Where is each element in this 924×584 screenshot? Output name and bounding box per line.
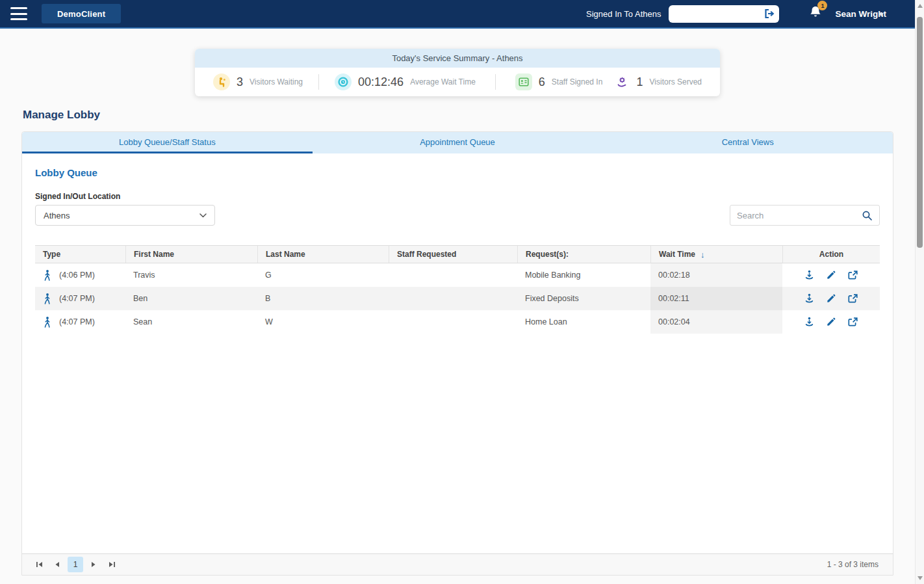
- lobby-card: Lobby Queue/Staff Status Appointment Que…: [21, 131, 893, 576]
- scroll-down-icon[interactable]: [918, 576, 923, 580]
- location-field-label: Signed In/Out Location: [35, 192, 880, 201]
- staff-signed-in-icon: [515, 73, 532, 90]
- serve-visitor-icon: [804, 270, 814, 280]
- first-name-cell: Sean: [125, 310, 257, 334]
- staff-signed-in-label: Staff Signed In: [552, 77, 603, 86]
- first-name-cell: Ben: [125, 287, 257, 310]
- staff-requested-cell: [389, 310, 517, 334]
- last-name-cell: B: [257, 287, 389, 310]
- wait-time-cell: 00:02:11: [650, 287, 782, 310]
- pagination-summary: 1 - 3 of 3 items: [827, 560, 884, 569]
- last-name-cell: G: [257, 263, 389, 287]
- arrival-time: (4:07 PM): [59, 294, 95, 303]
- share-icon: [848, 271, 858, 280]
- serve-visitor-button[interactable]: [803, 292, 815, 305]
- notification-badge: 1: [817, 1, 827, 10]
- tab-bar: Lobby Queue/Staff Status Appointment Que…: [22, 132, 893, 153]
- location-select-value: Athens: [44, 211, 70, 220]
- type-cell: (4:06 PM): [35, 263, 125, 287]
- share-icon: [848, 294, 858, 303]
- transfer-button[interactable]: [847, 316, 859, 328]
- staff-requested-cell: [389, 287, 517, 310]
- hamburger-menu-icon[interactable]: [10, 7, 27, 20]
- stat-visitors-waiting: 3 Visitors Waiting: [213, 73, 303, 90]
- previous-page-button[interactable]: [49, 557, 65, 572]
- visitors-waiting-label: Visitors Waiting: [250, 77, 303, 86]
- transfer-button[interactable]: [847, 269, 859, 281]
- type-cell: (4:07 PM): [35, 310, 125, 334]
- edit-button[interactable]: [825, 269, 837, 281]
- walking-person-icon: [43, 270, 51, 281]
- last-page-button[interactable]: [104, 557, 120, 572]
- type-cell: (4:07 PM): [35, 287, 125, 310]
- visitors-waiting-value: 3: [237, 75, 243, 89]
- service-summary-card: Today's Service Summary - Athens 3 Visit…: [195, 49, 720, 96]
- scrollbar-thumb[interactable]: [917, 17, 923, 248]
- vertical-scrollbar[interactable]: [915, 0, 924, 584]
- sign-out-icon[interactable]: [764, 8, 775, 19]
- requests-cell: Home Loan: [517, 310, 650, 334]
- column-header-last-name[interactable]: Last Name: [257, 246, 389, 263]
- requests-cell: Mobile Banking: [517, 263, 650, 287]
- table-row[interactable]: (4:07 PM) Ben B Fixed Deposits 00:02:11: [35, 287, 880, 310]
- lobby-queue-table: Type First Name Last Name Staff Requeste…: [35, 245, 880, 334]
- requests-cell: Fixed Deposits: [517, 287, 650, 310]
- walking-person-icon: [43, 293, 51, 304]
- pagination-bar: 1 1 - 3 of 3 items: [22, 553, 893, 575]
- top-navbar: DemoClient Signed In To Athens 1 Sean Wr…: [0, 0, 924, 29]
- search-input[interactable]: [737, 211, 858, 220]
- staff-requested-cell: [389, 263, 517, 287]
- edit-button[interactable]: [825, 316, 837, 328]
- transfer-button[interactable]: [847, 293, 859, 304]
- serve-visitor-icon: [804, 293, 814, 304]
- search-icon[interactable]: [862, 210, 873, 221]
- action-cell: [782, 263, 880, 287]
- tab-lobby-queue-staff-status[interactable]: Lobby Queue/Staff Status: [22, 132, 313, 153]
- page-number-button[interactable]: 1: [68, 557, 83, 572]
- tab-central-views[interactable]: Central Views: [602, 132, 893, 153]
- arrival-time: (4:07 PM): [59, 317, 95, 326]
- average-wait-time-value: 00:12:46: [358, 75, 404, 89]
- next-page-button[interactable]: [86, 557, 101, 572]
- column-header-requests[interactable]: Request(s):: [517, 246, 650, 263]
- visitors-waiting-icon: [213, 73, 230, 90]
- page-title: Manage Lobby: [23, 109, 924, 122]
- table-body: (4:06 PM) Travis G Mobile Banking 00:02:…: [35, 263, 880, 334]
- wait-time-cell: 00:02:18: [650, 263, 782, 287]
- wait-time-cell: 00:02:04: [650, 310, 782, 334]
- serve-visitor-button[interactable]: [803, 315, 815, 328]
- column-header-type[interactable]: Type: [35, 246, 125, 263]
- scroll-up-icon[interactable]: [918, 4, 923, 8]
- location-select[interactable]: Athens: [35, 205, 215, 226]
- notifications-button[interactable]: 1: [809, 5, 822, 22]
- location-signin-input-wrap: [669, 5, 779, 23]
- stat-staff-signed-in: 6 Staff Signed In: [515, 73, 603, 90]
- column-header-first-name[interactable]: First Name: [125, 246, 257, 263]
- section-title-lobby-queue: Lobby Queue: [35, 167, 880, 178]
- service-summary-title: Today's Service Summary - Athens: [195, 49, 720, 68]
- user-menu-caret-icon[interactable]: [879, 13, 884, 16]
- table-header-row: Type First Name Last Name Staff Requeste…: [35, 245, 880, 263]
- signed-in-status: Signed In To Athens: [586, 9, 661, 19]
- stat-average-wait-time: 00:12:46 Average Wait Time: [335, 73, 476, 90]
- table-row[interactable]: (4:06 PM) Travis G Mobile Banking 00:02:…: [35, 263, 880, 287]
- column-header-wait-time[interactable]: Wait Time ↓: [650, 246, 782, 263]
- average-wait-time-icon: [335, 73, 352, 90]
- first-page-button[interactable]: [31, 557, 47, 572]
- brand-button[interactable]: DemoClient: [42, 4, 121, 23]
- staff-signed-in-value: 6: [539, 75, 545, 89]
- edit-icon: [827, 317, 836, 326]
- search-box: [730, 205, 880, 226]
- column-header-action: Action: [782, 246, 880, 263]
- tab-appointment-queue[interactable]: Appointment Queue: [313, 132, 603, 153]
- average-wait-time-label: Average Wait Time: [410, 77, 476, 86]
- location-signin-input[interactable]: [675, 9, 764, 18]
- chevron-down-icon: [199, 213, 207, 218]
- table-row[interactable]: (4:07 PM) Sean W Home Loan 00:02:04: [35, 310, 880, 334]
- serve-visitor-button[interactable]: [803, 269, 815, 282]
- edit-button[interactable]: [825, 293, 837, 304]
- visitors-served-value: 1: [637, 75, 643, 89]
- edit-icon: [827, 294, 836, 303]
- last-page-icon: [108, 561, 116, 568]
- column-header-staff-requested[interactable]: Staff Requested: [389, 246, 517, 263]
